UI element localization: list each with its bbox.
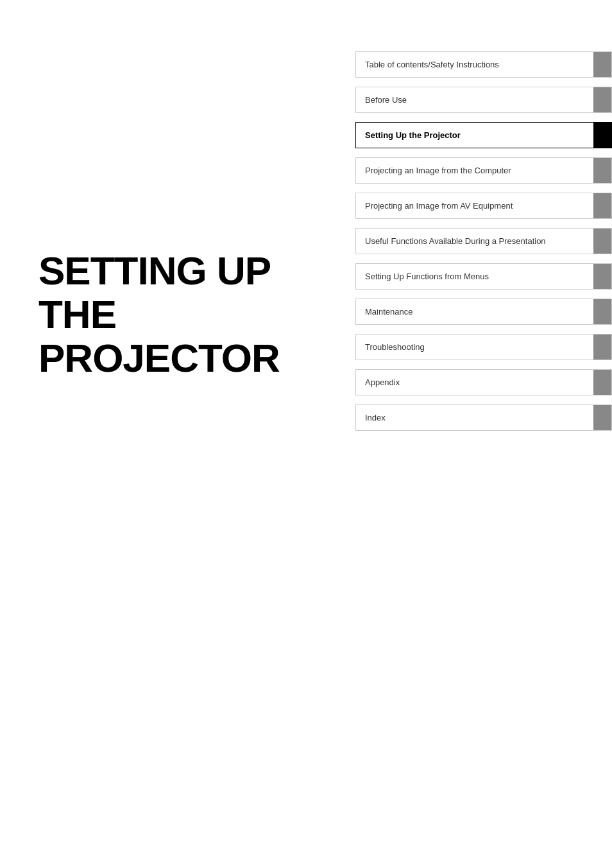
nav-item-tab-projecting-computer [593, 158, 611, 183]
nav-item-tab-index [593, 405, 611, 430]
left-section: SETTING UP THE PROJECTOR [0, 0, 353, 449]
nav-item-setting-up-functions[interactable]: Setting Up Functions from Menus [355, 263, 612, 290]
nav-item-label-index: Index [356, 405, 593, 430]
nav-item-label-maintenance: Maintenance [356, 299, 593, 324]
nav-item-index[interactable]: Index [355, 404, 612, 431]
nav-item-tab-setting-up-projector [593, 123, 611, 148]
nav-item-tab-maintenance [593, 299, 611, 324]
main-title-line2: PROJECTOR [38, 336, 353, 380]
nav-item-tab-troubleshooting [593, 334, 611, 360]
nav-item-label-table-of-contents: Table of contents/Safety Instructions [356, 52, 593, 77]
nav-item-label-setting-up-projector: Setting Up the Projector [356, 123, 593, 148]
nav-item-tab-before-use [593, 87, 611, 112]
nav-item-before-use[interactable]: Before Use [355, 87, 612, 113]
nav-item-tab-setting-up-functions [593, 264, 611, 289]
nav-item-label-appendix: Appendix [356, 370, 593, 395]
nav-item-label-setting-up-functions: Setting Up Functions from Menus [356, 264, 593, 289]
page-container: SETTING UP THE PROJECTOR Table of conten… [0, 0, 612, 868]
right-section: Table of contents/Safety InstructionsBef… [355, 51, 612, 440]
nav-item-label-useful-functions: Useful Functions Available During a Pres… [356, 229, 593, 254]
nav-item-label-before-use: Before Use [356, 87, 593, 112]
nav-item-projecting-computer[interactable]: Projecting an Image from the Computer [355, 157, 612, 184]
main-title: SETTING UP THE PROJECTOR [38, 249, 353, 381]
nav-item-label-projecting-av: Projecting an Image from AV Equipment [356, 193, 593, 218]
nav-item-tab-projecting-av [593, 193, 611, 218]
nav-item-tab-appendix [593, 370, 611, 395]
nav-item-setting-up-projector[interactable]: Setting Up the Projector [355, 122, 612, 148]
nav-item-troubleshooting[interactable]: Troubleshooting [355, 334, 612, 360]
nav-item-table-of-contents[interactable]: Table of contents/Safety Instructions [355, 51, 612, 78]
nav-item-projecting-av[interactable]: Projecting an Image from AV Equipment [355, 193, 612, 219]
nav-item-label-troubleshooting: Troubleshooting [356, 334, 593, 360]
nav-item-maintenance[interactable]: Maintenance [355, 299, 612, 325]
main-title-line1: SETTING UP THE [38, 249, 353, 336]
nav-item-appendix[interactable]: Appendix [355, 369, 612, 395]
nav-item-tab-useful-functions [593, 229, 611, 254]
nav-item-label-projecting-computer: Projecting an Image from the Computer [356, 158, 593, 183]
nav-item-useful-functions[interactable]: Useful Functions Available During a Pres… [355, 228, 612, 254]
nav-item-tab-table-of-contents [593, 52, 611, 77]
